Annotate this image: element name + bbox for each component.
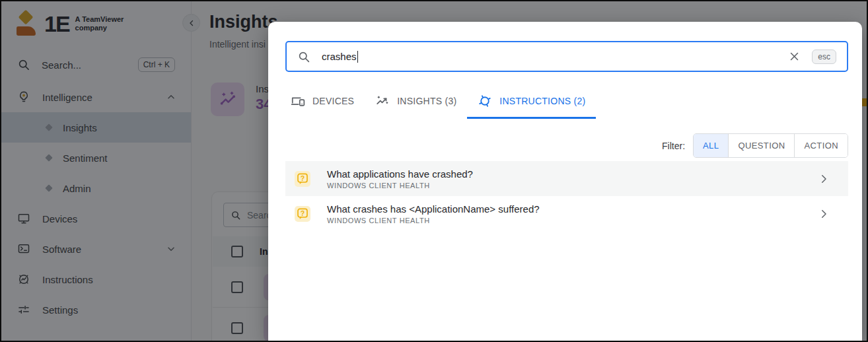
result-row[interactable]: ? What applications have crashed? WINDOW…: [285, 161, 848, 196]
filter-segmented-control: ALL QUESTION ACTION: [693, 133, 848, 158]
clear-search-icon[interactable]: [789, 51, 800, 62]
result-title: What crashes has <ApplicationName> suffe…: [327, 203, 818, 215]
insights-icon: [375, 94, 390, 108]
esc-key-badge[interactable]: esc: [812, 50, 836, 64]
tab-devices[interactable]: DEVICES: [285, 86, 365, 119]
search-result-tabs: DEVICES INSIGHTS (3): [285, 86, 596, 119]
filter-all-button[interactable]: ALL: [694, 134, 728, 157]
search-results-list: ? What applications have crashed? WINDOW…: [285, 161, 848, 231]
text-cursor: [357, 51, 359, 63]
devices-icon: [291, 94, 305, 108]
svg-text:?: ?: [301, 209, 305, 217]
chevron-right-icon: [818, 173, 830, 185]
question-bubble-icon: ?: [295, 206, 310, 222]
question-bubble-icon: ?: [295, 171, 310, 187]
chevron-right-icon: [818, 208, 830, 220]
filter-question-button[interactable]: QUESTION: [728, 134, 794, 157]
result-category: WINDOWS CLIENT HEALTH: [327, 182, 818, 189]
global-search-input[interactable]: crashes esc: [285, 41, 848, 72]
search-icon: [297, 50, 310, 63]
filter-controls: Filter: ALL QUESTION ACTION: [662, 133, 848, 158]
filter-action-button[interactable]: ACTION: [794, 134, 848, 157]
search-query-text: crashes: [322, 51, 357, 62]
global-search-modal: crashes esc DEVICES: [268, 22, 862, 341]
app-window: 1E A TeamViewer company Search... Ctrl +…: [0, 0, 868, 342]
target-circle-icon: [478, 94, 492, 108]
tab-insights[interactable]: INSIGHTS (3): [365, 86, 467, 119]
result-row[interactable]: ? What crashes has <ApplicationName> suf…: [285, 196, 848, 231]
result-category: WINDOWS CLIENT HEALTH: [327, 217, 818, 224]
result-title: What applications have crashed?: [327, 168, 818, 180]
svg-text:?: ?: [301, 174, 305, 182]
filter-label: Filter:: [662, 141, 685, 151]
tab-instructions[interactable]: INSTRUCTIONS (2): [467, 86, 596, 119]
